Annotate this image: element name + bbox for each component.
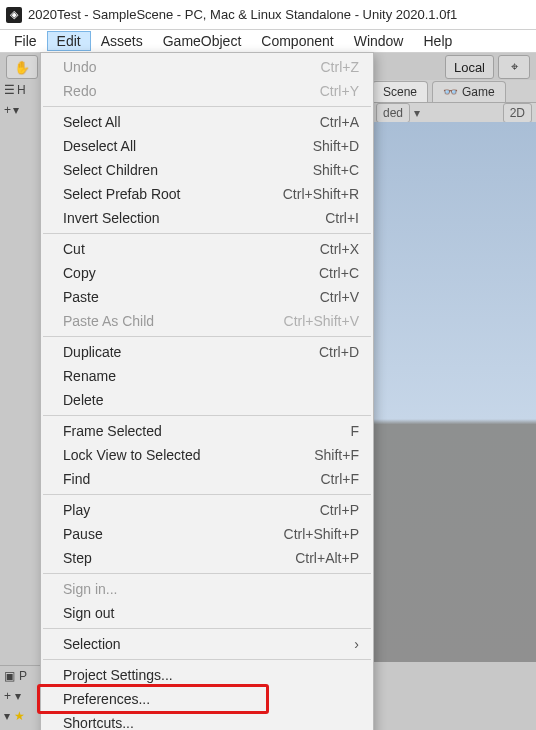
menu-separator: [43, 415, 371, 416]
tab-scene[interactable]: Scene: [372, 81, 428, 102]
menu-item-label: Shortcuts...: [63, 714, 359, 730]
tab-game[interactable]: 👓 Game: [432, 81, 506, 102]
menu-item-pause[interactable]: PauseCtrl+Shift+P: [41, 522, 373, 546]
menu-item-select-all[interactable]: Select AllCtrl+A: [41, 110, 373, 134]
menu-item-label: Project Settings...: [63, 666, 359, 684]
menu-item-selection[interactable]: Selection›: [41, 632, 373, 656]
shaded-mode-dropdown[interactable]: ded: [376, 103, 410, 123]
local-toggle-button[interactable]: Local: [445, 55, 494, 79]
menu-item-shortcut: Shift+D: [313, 137, 359, 155]
menu-item-select-children[interactable]: Select ChildrenShift+C: [41, 158, 373, 182]
menu-component[interactable]: Component: [251, 31, 343, 51]
menu-item-undo: UndoCtrl+Z: [41, 55, 373, 79]
menu-item-deselect-all[interactable]: Deselect AllShift+D: [41, 134, 373, 158]
menu-item-label: Delete: [63, 391, 359, 409]
menu-item-label: Select Prefab Root: [63, 185, 283, 203]
menu-item-shortcut: Shift+F: [314, 446, 359, 464]
snap-button[interactable]: ⌖: [498, 55, 530, 79]
menu-item-shortcut: Ctrl+F: [321, 470, 360, 488]
menu-item-select-prefab-root[interactable]: Select Prefab RootCtrl+Shift+R: [41, 182, 373, 206]
menu-item-shortcut: Ctrl+A: [320, 113, 359, 131]
hand-icon: ✋: [14, 60, 30, 75]
game-tab-label: Game: [462, 85, 495, 99]
menu-item-duplicate[interactable]: DuplicateCtrl+D: [41, 340, 373, 364]
menu-item-shortcut: Ctrl+Alt+P: [295, 549, 359, 567]
title-bar: ◈ 2020Test - SampleScene - PC, Mac & Lin…: [0, 0, 536, 30]
menu-item-project-settings[interactable]: Project Settings...: [41, 663, 373, 687]
menu-item-sign-out[interactable]: Sign out: [41, 601, 373, 625]
menu-item-label: Frame Selected: [63, 422, 350, 440]
menu-file[interactable]: File: [4, 31, 47, 51]
scene-tab-label: Scene: [383, 85, 417, 99]
disclosure-triangle-icon[interactable]: ▾: [4, 709, 10, 723]
edit-dropdown-menu: UndoCtrl+ZRedoCtrl+YSelect AllCtrl+ADese…: [40, 52, 374, 730]
menu-item-invert-selection[interactable]: Invert SelectionCtrl+I: [41, 206, 373, 230]
menu-item-copy[interactable]: CopyCtrl+C: [41, 261, 373, 285]
add-button-bottom[interactable]: +: [4, 689, 11, 703]
menu-item-label: Sign out: [63, 604, 359, 622]
menu-item-paste[interactable]: PasteCtrl+V: [41, 285, 373, 309]
menu-item-label: Deselect All: [63, 137, 313, 155]
menu-window[interactable]: Window: [344, 31, 414, 51]
menu-item-label: Copy: [63, 264, 319, 282]
menu-item-shortcuts[interactable]: Shortcuts...: [41, 711, 373, 730]
hierarchy-tab-fragment[interactable]: ☰ H: [0, 80, 40, 100]
menu-item-shortcut: Ctrl+Shift+P: [284, 525, 359, 543]
mode-2d-toggle[interactable]: 2D: [503, 103, 532, 123]
menu-item-label: Cut: [63, 240, 320, 258]
menu-bar: File Edit Assets GameObject Component Wi…: [0, 30, 536, 53]
menu-item-label: Pause: [63, 525, 284, 543]
menu-item-rename[interactable]: Rename: [41, 364, 373, 388]
menu-item-delete[interactable]: Delete: [41, 388, 373, 412]
menu-item-label: Select Children: [63, 161, 313, 179]
shaded-caret-icon: ▾: [414, 106, 420, 120]
menu-separator: [43, 336, 371, 337]
menu-item-frame-selected[interactable]: Frame SelectedF: [41, 419, 373, 443]
menu-help[interactable]: Help: [413, 31, 462, 51]
menu-item-shortcut: Ctrl+Z: [321, 58, 360, 76]
add-caret-icon[interactable]: ▾: [13, 103, 19, 117]
menu-item-shortcut: F: [350, 422, 359, 440]
favorites-icon[interactable]: ★: [14, 709, 25, 723]
mode-2d-label: 2D: [510, 106, 525, 120]
menu-item-label: Duplicate: [63, 343, 319, 361]
left-panel-strip: ☰ H + ▾: [0, 80, 40, 730]
menu-separator: [43, 233, 371, 234]
menu-separator: [43, 106, 371, 107]
menu-item-label: Invert Selection: [63, 209, 325, 227]
menu-item-label: Selection: [63, 635, 346, 653]
folder-icon: ▣: [4, 669, 15, 683]
menu-gameobject[interactable]: GameObject: [153, 31, 252, 51]
menu-item-label: Step: [63, 549, 295, 567]
menu-item-shortcut: Shift+C: [313, 161, 359, 179]
menu-item-step[interactable]: StepCtrl+Alt+P: [41, 546, 373, 570]
menu-item-lock-view-to-selected[interactable]: Lock View to SelectedShift+F: [41, 443, 373, 467]
menu-item-preferences[interactable]: Preferences...: [41, 687, 373, 711]
menu-separator: [43, 628, 371, 629]
menu-item-shortcut: Ctrl+P: [320, 501, 359, 519]
hand-tool-button[interactable]: ✋: [6, 55, 38, 79]
menu-item-find[interactable]: FindCtrl+F: [41, 467, 373, 491]
menu-item-paste-as-child: Paste As ChildCtrl+Shift+V: [41, 309, 373, 333]
add-button[interactable]: +: [4, 103, 11, 117]
menu-item-shortcut: Ctrl+X: [320, 240, 359, 258]
menu-item-label: Play: [63, 501, 320, 519]
shaded-label-fragment: ded: [383, 106, 403, 120]
menu-item-label: Sign in...: [63, 580, 359, 598]
menu-item-label: Rename: [63, 367, 359, 385]
menu-item-label: Paste As Child: [63, 312, 284, 330]
menu-item-cut[interactable]: CutCtrl+X: [41, 237, 373, 261]
local-label: Local: [454, 60, 485, 75]
viewport-tab-bar: Scene 👓 Game: [372, 80, 536, 103]
bottom-panel-strip: ▣ P + ▾ ▾ ★: [0, 665, 40, 730]
menu-assets[interactable]: Assets: [91, 31, 153, 51]
add-caret-bottom-icon[interactable]: ▾: [15, 689, 21, 703]
menu-item-label: Find: [63, 470, 321, 488]
menu-edit[interactable]: Edit: [47, 31, 91, 51]
window-title: 2020Test - SampleScene - PC, Mac & Linux…: [28, 7, 457, 22]
scene-toolbar: ded ▾ 2D: [372, 103, 536, 123]
menu-separator: [43, 659, 371, 660]
menu-item-redo: RedoCtrl+Y: [41, 79, 373, 103]
project-tab-fragment[interactable]: ▣ P: [0, 666, 40, 686]
menu-item-play[interactable]: PlayCtrl+P: [41, 498, 373, 522]
